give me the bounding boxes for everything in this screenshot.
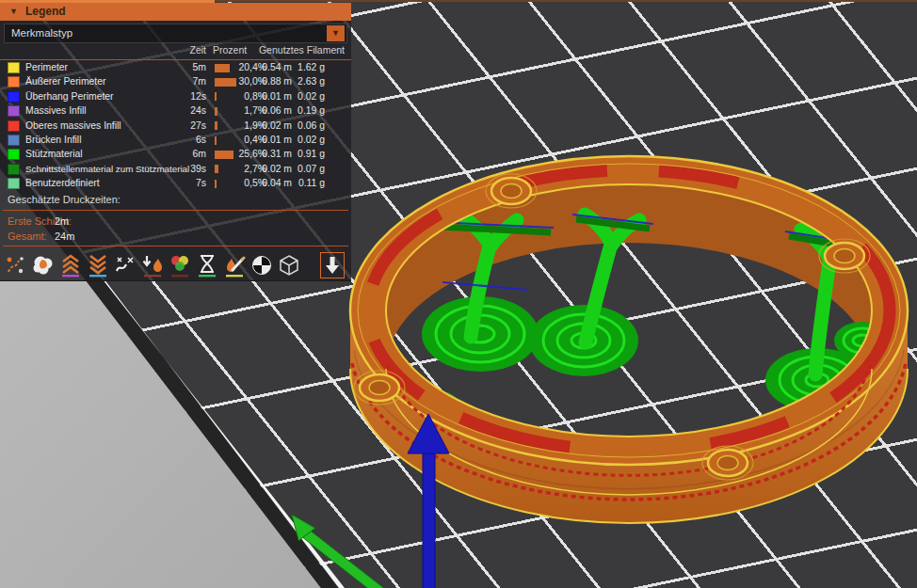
center-of-gravity-icon[interactable] xyxy=(250,252,273,278)
print-times-heading: Geschätzte Druckzeiten: xyxy=(8,194,121,205)
column-header-percent: Prozent xyxy=(213,44,247,56)
percent-bar xyxy=(215,64,230,72)
header-divider xyxy=(0,59,351,60)
filament-toggle-icon[interactable] xyxy=(320,252,345,278)
divider xyxy=(3,210,348,211)
filament-weight: 0.07 g xyxy=(298,164,325,174)
feature-label: Stützmaterial xyxy=(25,149,83,159)
time-value: 7m xyxy=(193,76,206,87)
filament-weight: 1.62 g xyxy=(298,62,325,72)
chevron-down-icon[interactable]: ▼ xyxy=(327,25,345,41)
shells-icon[interactable] xyxy=(278,252,300,278)
filament-length: 0.01 m xyxy=(262,135,292,145)
feature-label: Benutzerdefiniert xyxy=(25,178,100,188)
legend-row-bridge-infill[interactable]: Brücken Infill6s0,4%0.01 m0.02 g xyxy=(0,134,351,148)
percent-bar xyxy=(215,136,217,145)
percent-bar xyxy=(215,78,236,87)
feature-label: Schnittstellenmaterial zum Stützmaterial xyxy=(25,164,189,174)
percent-bar xyxy=(215,121,217,130)
percent-bar xyxy=(215,165,218,173)
custom-gcodes-icon[interactable] xyxy=(223,252,246,278)
color-swatch xyxy=(8,149,20,160)
time-value: 6m xyxy=(193,149,206,159)
travels-icon[interactable] xyxy=(5,252,27,278)
feature-label: Oberes massives Infill xyxy=(25,120,121,131)
filament-weight: 0.06 g xyxy=(298,120,325,131)
legend-title: Legend xyxy=(25,3,66,21)
time-value: 5m xyxy=(193,62,206,72)
filament-weight: 0.11 g xyxy=(298,178,325,188)
legend-row-support-interface[interactable]: Schnittstellenmaterial zum Stützmaterial… xyxy=(0,163,351,177)
pause-prints-icon[interactable] xyxy=(196,252,218,278)
y-axis-arrow xyxy=(292,515,397,588)
retractions-icon[interactable] xyxy=(59,252,82,278)
filament-weight: 0.19 g xyxy=(298,105,325,116)
percent-bar xyxy=(215,107,217,116)
slicer-preview-window: ▼ Legend Merkmalstyp ▼ Zeit Prozent Genu… xyxy=(0,0,917,588)
feature-label: Äußerer Perimeter xyxy=(25,76,105,87)
tool-changes-icon[interactable] xyxy=(141,252,164,278)
color-swatch xyxy=(8,135,20,146)
filament-weight: 2.63 g xyxy=(298,76,325,87)
seams-icon[interactable] xyxy=(32,252,55,278)
color-swatch xyxy=(8,178,20,189)
legend-row-solid-infill[interactable]: Massives Infill24s1,7%0.06 m0.19 g xyxy=(0,104,351,119)
preview-options-toolbar xyxy=(5,250,345,280)
color-swatch xyxy=(8,62,20,73)
filament-length: 0.06 m xyxy=(262,105,292,116)
legend-row-overhang-perimeter[interactable]: Überhang Perimeter12s0,8%0.01 m0.02 g xyxy=(0,90,351,104)
time-value: 39s xyxy=(190,164,206,174)
time-value: 12s xyxy=(190,91,206,102)
feature-label: Massives Infill xyxy=(25,105,87,116)
filament-weight: 0.02 g xyxy=(298,135,325,145)
percent-bar xyxy=(215,180,217,188)
first-layer-value: 2m xyxy=(55,215,69,227)
filament-length: 0.88 m xyxy=(262,76,292,87)
color-swatch xyxy=(8,76,20,87)
color-swatch xyxy=(8,164,20,175)
legend-panel: ▼ Legend Merkmalstyp ▼ Zeit Prozent Genu… xyxy=(0,3,351,281)
color-swatch xyxy=(8,105,20,117)
filament-length: 0.31 m xyxy=(262,149,292,159)
column-header-time: Zeit xyxy=(189,44,206,56)
feature-label: Überhang Perimeter xyxy=(25,91,114,102)
feature-type-combobox[interactable]: Merkmalstyp ▼ xyxy=(4,24,347,43)
time-value: 7s xyxy=(196,178,206,188)
color-changes-icon[interactable] xyxy=(169,252,191,278)
legend-row-top-solid-infill[interactable]: Oberes massives Infill27s1,9%0.02 m0.06 … xyxy=(0,119,351,134)
legend-header[interactable]: ▼ Legend xyxy=(0,3,351,21)
filament-length: 0.02 m xyxy=(262,164,292,174)
feature-label: Brücken Infill xyxy=(25,135,81,145)
total-time-value: 24m xyxy=(55,230,74,242)
legend-row-perimeter[interactable]: Perimeter5m20,4%0.54 m1.62 g xyxy=(0,61,351,75)
time-value: 24s xyxy=(190,105,206,116)
percent-bar xyxy=(215,151,233,159)
legend-row-support-material[interactable]: Stützmaterial6m25,6%0.31 m0.91 g xyxy=(0,148,351,162)
total-time-label: Gesamt: xyxy=(8,230,47,242)
filament-weight: 0.02 g xyxy=(298,91,325,102)
divider xyxy=(3,246,348,246)
filament-length: 0.02 m xyxy=(262,120,292,131)
filament-length: 0.54 m xyxy=(262,62,292,72)
color-swatch xyxy=(8,120,20,132)
wipe-icon[interactable] xyxy=(114,252,137,278)
time-value: 6s xyxy=(196,135,206,145)
color-swatch xyxy=(8,91,20,103)
time-value: 27s xyxy=(190,120,206,131)
column-header-filament: Genutztes Filament xyxy=(259,44,345,56)
feature-type-label: Merkmalstyp xyxy=(11,27,72,39)
legend-row-custom[interactable]: Benutzerdefiniert7s0,5%0.04 m0.11 g xyxy=(0,177,351,191)
deretractions-icon[interactable] xyxy=(87,252,109,278)
feature-label: Perimeter xyxy=(25,62,68,72)
filament-weight: 0.91 g xyxy=(298,149,325,159)
collapse-triangle-icon[interactable]: ▼ xyxy=(9,3,18,21)
filament-length: 0.01 m xyxy=(262,91,292,102)
filament-length: 0.04 m xyxy=(262,178,292,188)
legend-row-external-perimeter[interactable]: Äußerer Perimeter7m30,0%0.88 m2.63 g xyxy=(0,75,351,89)
percent-bar xyxy=(215,92,217,101)
